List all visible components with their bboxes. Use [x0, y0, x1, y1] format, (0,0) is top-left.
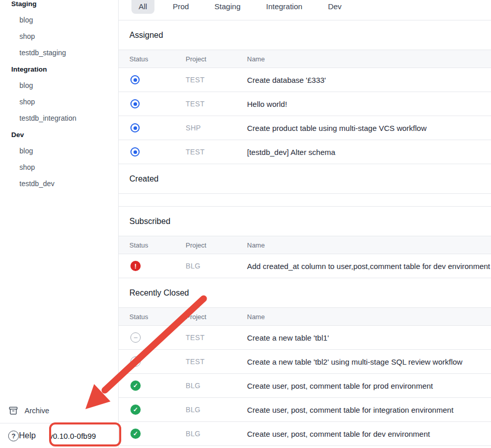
column-header-status: Status [119, 313, 186, 321]
issue-name: Create user, post, comment table for pro… [247, 382, 491, 390]
issue-row[interactable]: −TESTCreate a new table 'tbl2' using mul… [119, 350, 491, 374]
attention-status-icon: ! [130, 261, 141, 271]
status-cell: ✓ [119, 405, 186, 415]
archive-button[interactable]: Archive [0, 401, 118, 420]
issue-name: [testdb_dev] Alter schema [247, 148, 491, 156]
open-dot [133, 150, 137, 154]
sidebar-item-blog[interactable]: blog [0, 12, 118, 28]
status-cell: ✓ [119, 429, 186, 439]
archive-icon [8, 406, 18, 416]
project-code: TEST [186, 76, 247, 84]
issue-name: Create a new table 'tbl1' [247, 333, 491, 342]
project-code: TEST [186, 333, 247, 342]
sidebar-item-testdb_integration[interactable]: testdb_integration [0, 110, 118, 126]
column-header-project: Project [186, 241, 247, 249]
status-cell: ✓ [119, 380, 186, 391]
column-header-project: Project [186, 55, 247, 63]
sidebar: Stagingblogshoptestdb_stagingIntegration… [0, 0, 119, 448]
sidebar-section-staging: Staging [0, 0, 118, 12]
status-cell: − [119, 356, 186, 367]
issue-row[interactable]: TESTHello world! [119, 92, 491, 116]
sidebar-item-blog[interactable]: blog [0, 77, 118, 94]
issue-name: Create database '£333' [247, 76, 491, 84]
issue-row[interactable]: SHPCreate product table using multi-stag… [119, 116, 491, 140]
project-code: TEST [186, 148, 247, 156]
section-title-assigned: Assigned [119, 20, 491, 50]
done-status-icon: ✓ [130, 405, 141, 415]
issue-name: Hello world! [247, 100, 491, 108]
issue-row[interactable]: ✓BLGCreate user, post, comment table for… [119, 374, 491, 398]
sidebar-item-shop[interactable]: shop [0, 28, 118, 44]
issue-sections: AssignedStatusProjectNameTESTCreate data… [119, 20, 491, 446]
help-bar: ? Help v0.10.0-0fb99 [0, 423, 118, 448]
project-code: BLG [186, 382, 247, 390]
canceled-status-icon: − [130, 332, 141, 343]
column-header-status: Status [119, 241, 186, 249]
archive-label: Archive [25, 407, 49, 415]
project-code: BLG [186, 262, 247, 270]
sidebar-item-shop[interactable]: shop [0, 94, 118, 110]
status-cell [119, 99, 186, 108]
help-icon: ? [8, 431, 19, 441]
main-content: AllProdStagingIntegrationDev AssignedSta… [119, 0, 491, 448]
open-status-icon [130, 75, 140, 84]
tab-integration[interactable]: Integration [259, 0, 309, 14]
column-header-status: Status [119, 55, 186, 63]
sidebar-item-testdb_dev[interactable]: testdb_dev [0, 175, 118, 192]
issue-name: Create product table using multi-stage V… [247, 124, 491, 132]
open-dot [133, 126, 137, 130]
project-code: BLG [186, 406, 247, 414]
sidebar-section-dev: Dev [0, 126, 118, 143]
version-badge: v0.10.0-0fb99 [49, 432, 96, 440]
issue-name: Add created_at column to user,post,comme… [247, 262, 491, 271]
issue-row[interactable]: TEST[testdb_dev] Alter schema [119, 140, 491, 164]
status-cell: − [119, 332, 186, 343]
project-code: BLG [186, 430, 247, 438]
issue-row[interactable]: −TESTCreate a new table 'tbl1' [119, 326, 491, 350]
database-tree: Stagingblogshoptestdb_stagingIntegration… [0, 0, 118, 192]
sidebar-item-blog[interactable]: blog [0, 143, 118, 159]
done-status-icon: ✓ [130, 429, 141, 439]
project-code: SHP [186, 124, 247, 132]
status-cell [119, 147, 186, 156]
issue-row[interactable]: ✓BLGCreate user, post, comment table for… [119, 422, 491, 446]
open-status-icon [130, 147, 140, 156]
open-dot [133, 78, 137, 82]
status-cell [119, 75, 186, 84]
section-title-created: Created [119, 164, 491, 193]
column-header-name: Name [247, 55, 491, 63]
column-header-project: Project [186, 313, 247, 321]
sidebar-item-shop[interactable]: shop [0, 159, 118, 175]
sidebar-section-integration: Integration [0, 61, 118, 77]
section-title-subscribed: Subscribed [119, 207, 491, 236]
column-header-name: Name [247, 313, 491, 321]
issue-row[interactable]: ✓BLGCreate user, post, comment table for… [119, 398, 491, 422]
open-status-icon [130, 99, 140, 108]
project-code: TEST [186, 100, 247, 108]
table-header-row: StatusProjectName [119, 307, 491, 326]
tab-dev[interactable]: Dev [321, 0, 349, 14]
open-dot [133, 102, 137, 106]
environment-tabbar: AllProdStagingIntegrationDev [119, 0, 491, 20]
empty-issue-band [119, 193, 491, 207]
sidebar-bottom: Archive ? Help v0.10.0-0fb99 [0, 401, 118, 448]
open-status-icon [130, 123, 140, 132]
sidebar-item-testdb_staging[interactable]: testdb_staging [0, 44, 118, 61]
table-header-row: StatusProjectName [119, 236, 491, 254]
status-cell: ! [119, 261, 186, 271]
tab-all[interactable]: All [131, 0, 154, 14]
tab-prod[interactable]: Prod [166, 0, 196, 14]
section-title-recently-closed: Recently Closed [119, 278, 491, 307]
canceled-status-icon: − [130, 356, 141, 367]
tab-staging[interactable]: Staging [207, 0, 248, 14]
done-status-icon: ✓ [130, 380, 141, 391]
status-cell [119, 123, 186, 132]
project-code: TEST [186, 357, 247, 366]
issue-name: Create a new table 'tbl2' using multi-st… [247, 357, 491, 366]
help-label[interactable]: Help [19, 431, 36, 440]
table-header-row: StatusProjectName [119, 50, 491, 68]
column-header-name: Name [247, 241, 491, 249]
issue-row[interactable]: !BLGAdd created_at column to user,post,c… [119, 254, 491, 278]
issue-name: Create user, post, comment table for dev… [247, 430, 491, 438]
issue-row[interactable]: TESTCreate database '£333' [119, 68, 491, 92]
